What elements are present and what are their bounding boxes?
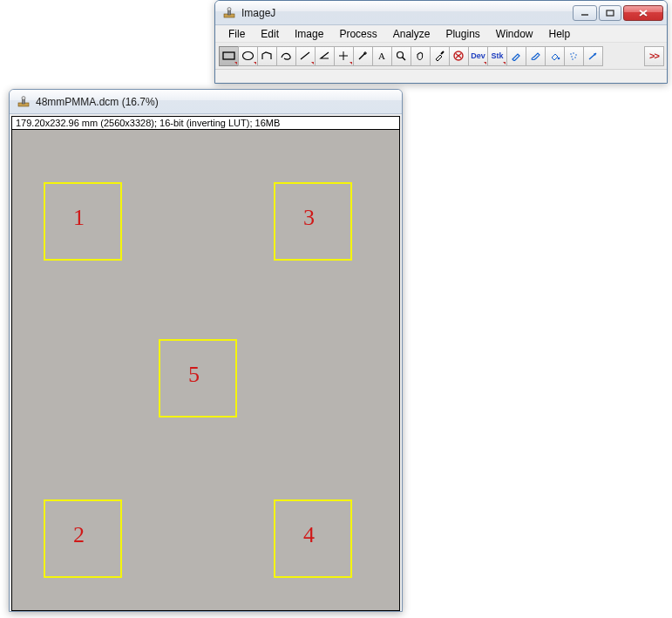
dropdown-indicator-icon xyxy=(350,62,352,65)
menu-process[interactable]: Process xyxy=(331,26,384,42)
svg-point-33 xyxy=(22,96,25,99)
image-canvas[interactable]: 1 3 5 2 4 xyxy=(11,130,400,611)
titlebar[interactable]: ImageJ xyxy=(215,1,667,25)
point-tool[interactable] xyxy=(334,46,354,66)
oval-tool[interactable] xyxy=(238,46,258,66)
line-tool[interactable] xyxy=(295,46,316,66)
dropdown-indicator-icon xyxy=(311,62,314,65)
menubar: File Edit Image Process Analyze Plugins … xyxy=(215,25,667,43)
dropdown-indicator-icon xyxy=(254,62,256,65)
menu-help[interactable]: Help xyxy=(541,26,579,42)
image-info-bar: 179.20x232.96 mm (2560x3328); 16-bit (in… xyxy=(11,116,400,130)
svg-point-25 xyxy=(575,54,577,56)
svg-line-12 xyxy=(359,53,365,59)
toolbar: A Dev Stk xyxy=(215,43,667,69)
wand-tool[interactable] xyxy=(353,46,373,66)
menu-window[interactable]: Window xyxy=(488,26,541,42)
window-controls xyxy=(571,5,663,21)
image-window-title: 48mmPMMA.dcm (16.7%) xyxy=(36,96,398,108)
imagej-main-window: ImageJ File Edit Image Process Analyze P… xyxy=(214,0,668,84)
svg-line-21 xyxy=(456,54,461,58)
roi-5-label: 5 xyxy=(188,362,200,388)
roi-2-label: 2 xyxy=(73,522,85,548)
svg-marker-30 xyxy=(594,53,596,56)
dropdown-indicator-icon xyxy=(484,62,486,65)
polygon-tool[interactable] xyxy=(257,46,277,66)
text-tool[interactable]: A xyxy=(372,46,392,66)
svg-text:A: A xyxy=(378,51,385,61)
svg-point-24 xyxy=(573,52,574,54)
dev-menu-tool[interactable]: Dev xyxy=(468,46,488,66)
svg-point-23 xyxy=(570,53,572,55)
svg-line-18 xyxy=(441,51,444,54)
flood-fill-tool[interactable] xyxy=(545,46,565,66)
image-titlebar[interactable]: 48mmPMMA.dcm (16.7%) xyxy=(10,90,402,114)
more-label: >> xyxy=(649,51,659,61)
image-info-text: 179.20x232.96 mm (2560x3328); 16-bit (in… xyxy=(16,118,280,128)
svg-line-29 xyxy=(589,53,596,59)
svg-point-8 xyxy=(243,52,254,60)
status-bar xyxy=(215,69,667,83)
abort-tool[interactable] xyxy=(449,46,469,66)
svg-point-28 xyxy=(572,58,574,60)
dev-label: Dev xyxy=(471,51,485,60)
menu-edit[interactable]: Edit xyxy=(253,26,287,42)
svg-line-9 xyxy=(301,52,309,59)
svg-point-26 xyxy=(571,56,573,58)
dropdown-indicator-icon xyxy=(234,62,237,65)
magnify-tool[interactable] xyxy=(391,46,411,66)
roi-4-label: 4 xyxy=(303,522,315,548)
dropper-tool[interactable] xyxy=(430,46,450,66)
angle-tool[interactable] xyxy=(315,46,335,66)
minimize-button[interactable] xyxy=(573,5,597,21)
stk-menu-tool[interactable]: Stk xyxy=(487,46,507,66)
rectangle-tool[interactable] xyxy=(219,46,239,66)
image-window: 48mmPMMA.dcm (16.7%) 179.20x232.96 mm (2… xyxy=(9,89,403,612)
imagej-icon xyxy=(222,6,236,20)
stk-label: Stk xyxy=(491,51,503,60)
menu-plugins[interactable]: Plugins xyxy=(438,26,487,42)
svg-point-22 xyxy=(558,58,560,60)
close-button[interactable] xyxy=(623,5,663,21)
menu-analyze[interactable]: Analyze xyxy=(385,26,438,42)
svg-point-27 xyxy=(574,57,576,58)
svg-point-19 xyxy=(454,51,463,60)
svg-line-17 xyxy=(403,58,406,61)
dropdown-indicator-icon xyxy=(503,62,506,65)
pencil-tool[interactable] xyxy=(506,46,526,66)
svg-rect-4 xyxy=(607,10,614,16)
brush-tool[interactable] xyxy=(526,46,546,66)
hand-tool[interactable] xyxy=(411,46,431,66)
maximize-button[interactable] xyxy=(599,5,621,21)
roi-1-label: 1 xyxy=(73,205,85,231)
svg-point-2 xyxy=(227,7,231,10)
roi-3-label: 3 xyxy=(303,205,315,231)
svg-rect-7 xyxy=(223,52,234,59)
freehand-tool[interactable] xyxy=(276,46,296,66)
window-title: ImageJ xyxy=(241,7,571,19)
menu-image[interactable]: Image xyxy=(287,26,331,42)
imagej-icon xyxy=(17,95,31,109)
more-tools-button[interactable]: >> xyxy=(644,46,664,66)
menu-file[interactable]: File xyxy=(221,26,253,42)
arrow-tool[interactable] xyxy=(583,46,603,66)
svg-point-16 xyxy=(397,52,404,58)
spray-tool[interactable] xyxy=(564,46,584,66)
svg-line-20 xyxy=(456,54,461,58)
